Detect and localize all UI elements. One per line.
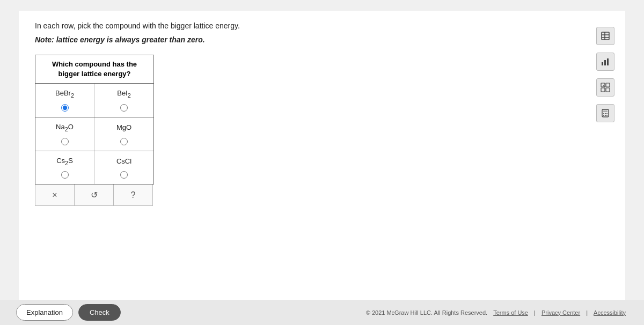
compound-row-3: Cs2S CsCl (35, 151, 153, 169)
svg-rect-5 (604, 60, 606, 65)
table-icon[interactable] (596, 27, 614, 45)
question-box: Which compound has the bigger lattice en… (35, 55, 154, 184)
radio-cell-3b[interactable] (94, 168, 153, 184)
action-row: × ↺ ? (35, 184, 153, 206)
svg-point-15 (605, 113, 606, 114)
svg-rect-6 (607, 58, 609, 65)
radio-cell-2b[interactable] (94, 135, 153, 151)
radio-3a[interactable] (61, 171, 69, 179)
radio-row-3 (35, 168, 153, 184)
svg-rect-13 (603, 110, 608, 112)
svg-point-17 (603, 115, 604, 116)
svg-point-18 (605, 115, 606, 116)
svg-point-14 (603, 113, 604, 114)
compound-row-2: Na2O MgO (35, 117, 153, 135)
help-button[interactable]: ? (114, 184, 152, 205)
footer: Explanation Check © 2021 McGraw Hill LLC… (0, 300, 644, 325)
radio-cell-3a[interactable] (35, 168, 94, 184)
svg-point-19 (606, 115, 608, 116)
compound-3a: Cs2S (35, 151, 94, 169)
compound-3b: CsCl (94, 152, 153, 168)
right-toolbar: Ar (596, 27, 614, 122)
check-button[interactable]: Check (78, 304, 121, 321)
explanation-button[interactable]: Explanation (16, 304, 73, 321)
instruction-text: In each row, pick the compound with the … (35, 21, 609, 30)
radio-2a[interactable] (61, 138, 69, 145)
accessibility-link[interactable]: Accessibility (594, 309, 626, 316)
clear-button[interactable]: × (35, 184, 75, 205)
svg-rect-8 (606, 83, 610, 87)
row-2: Na2O MgO (35, 117, 153, 151)
compound-1b: BeI2 (94, 84, 153, 101)
undo-button[interactable]: ↺ (75, 184, 114, 205)
radio-cell-2a[interactable] (35, 135, 94, 151)
svg-point-16 (606, 113, 608, 114)
radio-1b[interactable] (120, 104, 128, 112)
note-text: Note: lattice energy is always greater t… (35, 35, 609, 44)
radio-2b[interactable] (120, 138, 128, 145)
note-label: Note: (35, 35, 54, 44)
row-1: BeBr2 BeI2 (35, 84, 153, 117)
terms-link[interactable]: Terms of Use (493, 309, 528, 316)
svg-text:Ar: Ar (603, 85, 606, 88)
svg-rect-0 (602, 32, 609, 40)
calculator-icon[interactable] (596, 104, 614, 122)
compound-1a: BeBr2 (35, 84, 94, 101)
privacy-link[interactable]: Privacy Center (541, 309, 580, 316)
question-header: Which compound has the bigger lattice en… (35, 55, 153, 84)
chart-icon[interactable] (596, 53, 614, 71)
svg-rect-9 (601, 88, 605, 92)
radio-3b[interactable] (120, 171, 128, 179)
main-content: Ar In each row, pick the compound with t… (19, 11, 625, 300)
svg-rect-10 (606, 88, 610, 92)
svg-rect-4 (602, 62, 603, 65)
compound-2a: Na2O (35, 117, 94, 135)
radio-cell-1b[interactable] (94, 101, 153, 117)
compound-row-1: BeBr2 BeI2 (35, 84, 153, 101)
radio-row-2 (35, 135, 153, 151)
footer-legal: © 2021 McGraw Hill LLC. All Rights Reser… (364, 309, 628, 316)
footer-actions: Explanation Check (16, 304, 121, 321)
periodic-table-icon[interactable]: Ar (596, 78, 614, 97)
radio-cell-1a[interactable] (35, 101, 94, 117)
row-3: Cs2S CsCl (35, 151, 153, 184)
copyright-text: © 2021 McGraw Hill LLC. All Rights Reser… (366, 309, 487, 316)
radio-row-1 (35, 101, 153, 117)
compound-2b: MgO (94, 118, 153, 134)
radio-1a[interactable] (61, 104, 69, 112)
